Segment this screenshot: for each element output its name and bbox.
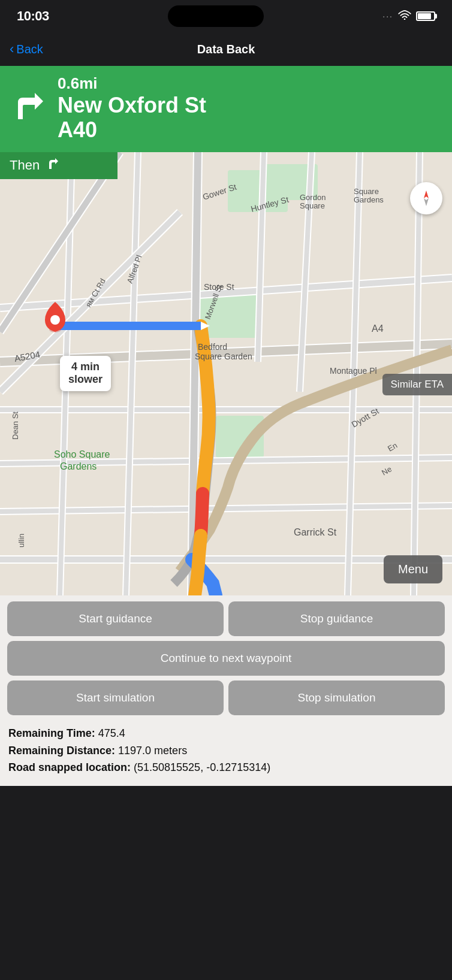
svg-text:Gardens: Gardens <box>60 461 97 471</box>
svg-text:Square: Square <box>300 201 325 210</box>
svg-point-0 <box>404 18 406 19</box>
svg-text:A4: A4 <box>372 323 384 334</box>
svg-text:Gordon: Gordon <box>300 193 326 202</box>
distance-badge: 0.6mi <box>58 74 206 93</box>
svg-text:ullin: ullin <box>17 534 26 548</box>
svg-text:Bedford: Bedford <box>198 342 227 352</box>
signal-icon: ··· <box>382 11 393 21</box>
direction-street: New Oxford St <box>58 93 206 117</box>
simulation-button-row: Start simulation Stop simulation <box>7 680 445 715</box>
wifi-icon <box>398 10 411 23</box>
slower-text-line2: slower <box>68 373 103 386</box>
road-snapped-line: Road snapped location: (51.50815525, -0.… <box>8 759 444 776</box>
svg-text:Gardens: Gardens <box>354 195 384 204</box>
buttons-area: Start guidance Stop guidance Continue to… <box>0 595 452 721</box>
page-title: Data Back <box>197 43 255 56</box>
svg-text:Square Garden: Square Garden <box>195 352 252 361</box>
svg-text:Square: Square <box>354 187 379 196</box>
waypoint-button-row: Continue to next waypoint <box>7 641 445 676</box>
info-area: Remaining Time: 475.4 Remaining Distance… <box>0 721 452 786</box>
svg-text:Dean St: Dean St <box>11 411 20 439</box>
start-simulation-button[interactable]: Start simulation <box>7 680 224 715</box>
direction-road: A40 <box>58 117 206 142</box>
status-bar: 10:03 ··· <box>0 0 452 32</box>
svg-marker-64 <box>424 198 429 206</box>
slower-text-line1: 4 min <box>68 361 103 374</box>
svg-point-38 <box>50 315 60 325</box>
status-icons: ··· <box>382 10 435 23</box>
remaining-time-line: Remaining Time: 475.4 <box>8 725 444 742</box>
menu-button[interactable]: Menu <box>384 555 442 583</box>
svg-text:Garrick St: Garrick St <box>294 527 337 537</box>
dynamic-island <box>168 5 264 27</box>
similar-eta-badge: Similar ETA <box>382 374 452 395</box>
menu-label: Menu <box>398 562 428 576</box>
battery-icon <box>416 11 435 21</box>
compass[interactable] <box>410 182 442 214</box>
direction-banner: 0.6mi New Oxford St A40 <box>0 66 452 152</box>
then-row: Then <box>0 152 117 179</box>
remaining-time-label: Remaining Time: <box>8 727 95 739</box>
back-label: Back <box>16 43 43 56</box>
direction-text: 0.6mi New Oxford St A40 <box>58 74 206 143</box>
similar-eta-text: Similar ETA <box>391 379 444 390</box>
svg-marker-63 <box>424 190 429 198</box>
road-snapped-value: (51.50815525, -0.12715314) <box>134 761 270 773</box>
then-turn-icon <box>46 157 60 174</box>
then-label: Then <box>10 158 40 173</box>
remaining-time-value: 475.4 <box>98 727 125 739</box>
svg-text:Soho Square: Soho Square <box>54 449 110 459</box>
stop-simulation-button[interactable]: Stop simulation <box>228 680 445 715</box>
remaining-distance-value: 1197.0 meters <box>118 745 187 757</box>
stop-guidance-button[interactable]: Stop guidance <box>228 601 445 636</box>
nav-bar: ‹ Back Data Back <box>0 32 452 66</box>
start-guidance-button[interactable]: Start guidance <box>7 601 224 636</box>
map-view[interactable]: Then <box>0 152 452 595</box>
svg-text:Montague Pl: Montague Pl <box>330 366 377 376</box>
remaining-distance-line: Remaining Distance: 1197.0 meters <box>8 742 444 760</box>
status-time: 10:03 <box>17 8 49 24</box>
road-snapped-label: Road snapped location: <box>8 761 131 773</box>
back-chevron-icon: ‹ <box>10 41 14 57</box>
guidance-button-row: Start guidance Stop guidance <box>7 601 445 636</box>
remaining-distance-label: Remaining Distance: <box>8 745 115 757</box>
back-button[interactable]: ‹ Back <box>10 41 43 57</box>
turn-right-icon <box>12 90 48 126</box>
slower-popup: 4 min slower <box>60 356 111 391</box>
continue-waypoint-button[interactable]: Continue to next waypoint <box>7 641 445 676</box>
